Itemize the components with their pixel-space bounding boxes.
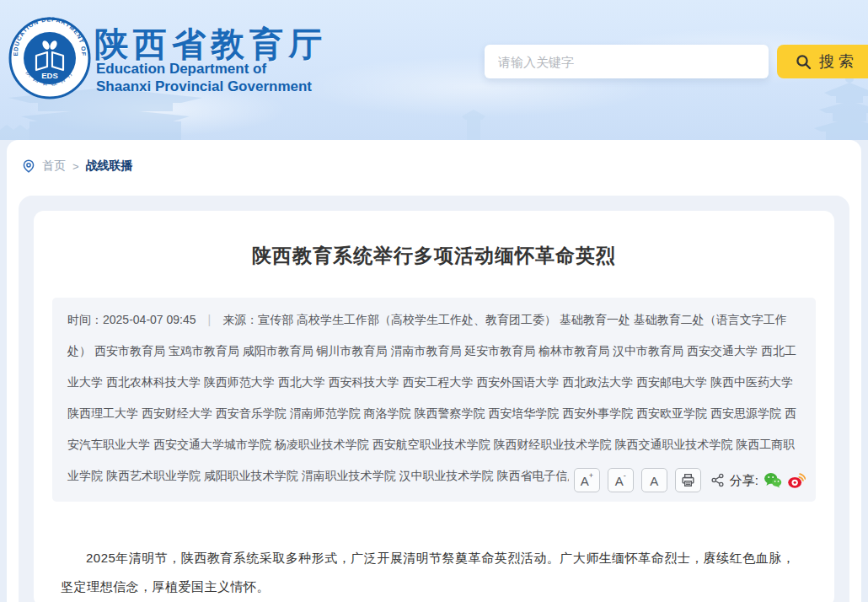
- eds-seal-icon: EDUCATION DEPARTMENT OF SHAANXI 陕西省教育厅 E…: [8, 17, 91, 99]
- share-nodes-icon: [710, 473, 725, 487]
- breadcrumb-separator: >: [72, 160, 79, 173]
- search-input[interactable]: [485, 45, 769, 78]
- main-panel: 首页 > 战线联播 陕西教育系统举行多项活动缅怀革命英烈 时间：2025-04-…: [7, 140, 861, 602]
- share-label: 分享:: [730, 474, 758, 486]
- meta-source-label: 来源：: [222, 313, 258, 326]
- share-group: 分享:: [710, 471, 806, 490]
- meta-divider: |: [208, 304, 212, 336]
- search-button-label: 搜 索: [819, 51, 854, 72]
- breadcrumb-current-link[interactable]: 战线联播: [86, 159, 133, 174]
- article-meta-box: 时间：2025-04-07 09:45|来源：宣传部 高校学生工作部（高校学生工…: [52, 298, 816, 502]
- meta-source-value: 宣传部 高校学生工作部（高校学生工作处、教育团工委） 基础教育一处 基础教育二处…: [67, 313, 796, 482]
- font-reset-button[interactable]: A: [641, 468, 667, 492]
- article-card: 陕西教育系统举行多项活动缅怀革命英烈 时间：2025-04-07 09:45|来…: [19, 196, 849, 602]
- site-header: EDUCATION DEPARTMENT OF SHAANXI 陕西省教育厅 E…: [0, 0, 868, 140]
- site-logo[interactable]: EDUCATION DEPARTMENT OF SHAANXI 陕西省教育厅 E…: [8, 17, 91, 99]
- meta-time-value: 2025-04-07 09:45: [103, 313, 196, 326]
- article-body-paragraph: 2025年清明节，陕西教育系统采取多种形式，广泛开展清明节祭奠革命英烈活动。广大…: [61, 544, 807, 601]
- article-content-card: 陕西教育系统举行多项活动缅怀革命英烈 时间：2025-04-07 09:45|来…: [34, 211, 834, 602]
- article-toolbar: A+ A- A: [569, 468, 806, 492]
- search-button[interactable]: 搜 索: [777, 45, 868, 78]
- font-increase-button[interactable]: A+: [574, 468, 600, 492]
- search-icon: [796, 54, 812, 70]
- printer-icon: [681, 473, 695, 487]
- meta-time-label: 时间：: [67, 313, 103, 326]
- logo-center-text: EDS: [41, 71, 58, 80]
- site-subtitle: Education Department of Shaanxi Provinci…: [96, 60, 312, 95]
- weibo-share-icon[interactable]: [787, 471, 806, 490]
- page: EDUCATION DEPARTMENT OF SHAANXI 陕西省教育厅 E…: [0, 0, 868, 602]
- font-decrease-button[interactable]: A-: [608, 468, 634, 492]
- wechat-share-icon[interactable]: [764, 471, 782, 490]
- site-subtitle-line1: Education Department of: [96, 60, 312, 78]
- site-subtitle-line2: Shaanxi Provincial Government: [96, 78, 312, 95]
- location-pin-icon: [22, 159, 35, 173]
- breadcrumb: 首页 > 战线联播: [22, 159, 133, 174]
- article-title: 陕西教育系统举行多项活动缅怀革命英烈: [52, 243, 816, 269]
- breadcrumb-home-link[interactable]: 首页: [42, 159, 66, 174]
- print-button[interactable]: [675, 468, 701, 492]
